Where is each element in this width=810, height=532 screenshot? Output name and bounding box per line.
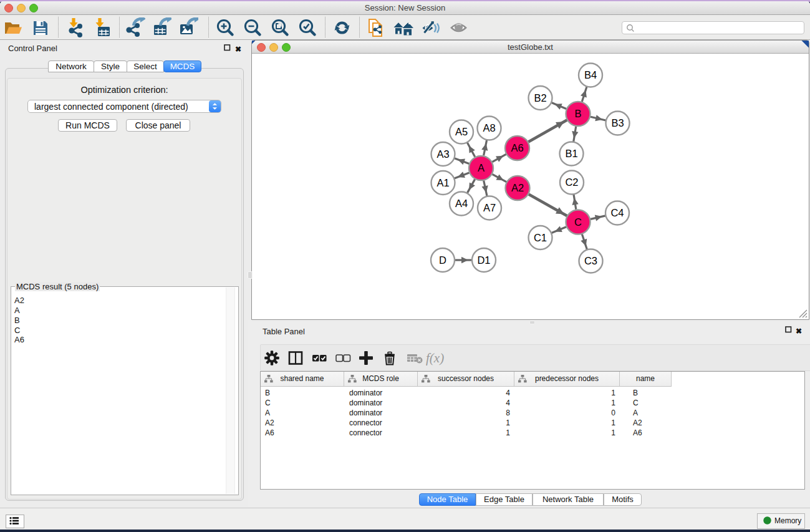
svg-text:D1: D1: [477, 254, 490, 266]
svg-text:A3: A3: [436, 148, 449, 160]
svg-text:B2: B2: [534, 92, 546, 104]
svg-text:B4: B4: [584, 69, 597, 80]
svg-text:C: C: [574, 216, 582, 228]
svg-text:B1: B1: [565, 148, 577, 159]
svg-text:A6: A6: [511, 142, 523, 153]
svg-text:A7: A7: [483, 202, 496, 213]
svg-text:A8: A8: [483, 122, 495, 133]
svg-text:f(x): f(x): [426, 351, 444, 365]
svg-text:A1: A1: [436, 177, 449, 188]
svg-text:B: B: [574, 108, 581, 119]
svg-text:A: A: [478, 162, 485, 173]
svg-text:C1: C1: [534, 232, 547, 243]
svg-text:C2: C2: [565, 177, 578, 188]
svg-text:C3: C3: [584, 255, 597, 266]
svg-text:D: D: [439, 254, 446, 266]
svg-text:A5: A5: [455, 126, 468, 137]
svg-text:B3: B3: [611, 117, 624, 128]
svg-text:A4: A4: [455, 198, 468, 209]
svg-text:C4: C4: [610, 207, 624, 218]
svg-text:A2: A2: [511, 182, 524, 193]
